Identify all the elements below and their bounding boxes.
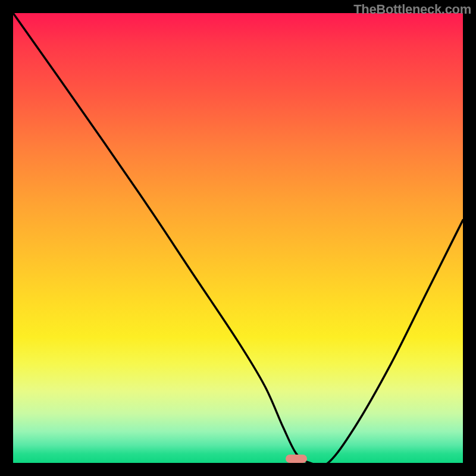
- plot-area: [13, 13, 463, 463]
- attribution-text: TheBottleneck.com: [353, 2, 471, 17]
- optimal-marker: [286, 455, 307, 463]
- chart-frame: TheBottleneck.com: [0, 0, 476, 476]
- bottleneck-curve: [13, 13, 463, 463]
